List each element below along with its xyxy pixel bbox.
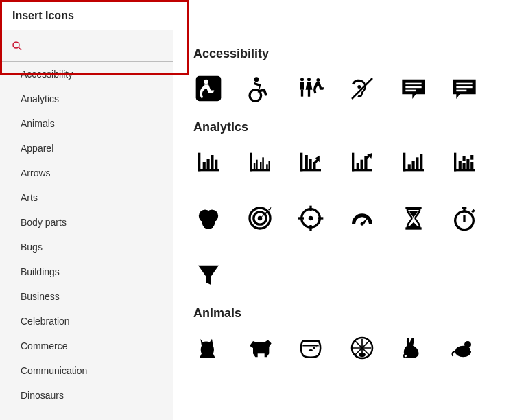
svg-point-0 [13, 42, 19, 48]
cat-icon[interactable] [193, 333, 224, 363]
restroom-accessible-icon[interactable] [296, 73, 326, 104]
svg-rect-23 [207, 159, 210, 169]
hourglass-icon[interactable] [398, 203, 429, 233]
sidebar-item-commerce[interactable]: Commerce [0, 334, 173, 358]
svg-rect-38 [313, 162, 316, 169]
sidebar-item-communication[interactable]: Communication [0, 358, 173, 383]
bar-chart-up-icon[interactable] [347, 147, 377, 177]
svg-rect-52 [459, 161, 462, 169]
section-title-analytics: Analytics [193, 120, 508, 135]
svg-rect-32 [266, 164, 268, 169]
sidebar-item-buildings[interactable]: Buildings [0, 259, 173, 284]
venn-diagram-icon[interactable] [193, 203, 224, 233]
category-list[interactable]: Accessibility Analytics Animals Apparel … [0, 62, 173, 420]
target-icon[interactable] [245, 203, 275, 233]
svg-point-70 [361, 222, 364, 226]
svg-rect-36 [305, 155, 308, 169]
svg-rect-26 [250, 153, 252, 172]
svg-rect-16 [405, 90, 416, 92]
search-field[interactable] [0, 30, 173, 62]
svg-point-6 [300, 78, 304, 81]
deaf-icon[interactable] [347, 73, 377, 104]
svg-point-4 [254, 77, 259, 82]
svg-rect-39 [352, 153, 354, 172]
svg-point-3 [204, 80, 208, 84]
svg-rect-76 [464, 215, 466, 222]
svg-point-12 [357, 85, 361, 89]
svg-point-11 [317, 78, 320, 82]
svg-rect-55 [467, 159, 470, 169]
svg-rect-17 [457, 83, 473, 85]
funnel-icon[interactable] [193, 259, 224, 290]
wheelchair-active-icon[interactable] [245, 73, 275, 104]
svg-rect-48 [416, 157, 418, 169]
stopwatch-icon[interactable] [449, 203, 479, 233]
svg-rect-49 [420, 154, 422, 169]
sidebar-item-body-parts[interactable]: Body parts [0, 210, 173, 235]
bar-chart-grouped-icon[interactable] [245, 147, 275, 177]
svg-rect-21 [198, 169, 219, 171]
svg-rect-9 [302, 90, 304, 97]
rabbit-icon[interactable] [398, 333, 429, 363]
sidebar-item-bugs[interactable]: Bugs [0, 235, 173, 259]
gauge-icon[interactable] [347, 203, 377, 233]
svg-rect-24 [211, 155, 213, 169]
svg-rect-28 [253, 163, 255, 169]
icon-grid-animals [193, 333, 508, 363]
fishbowl-icon[interactable] [296, 333, 326, 363]
svg-rect-8 [301, 90, 302, 97]
svg-point-77 [313, 347, 315, 349]
svg-rect-51 [454, 169, 475, 171]
svg-point-10 [307, 78, 311, 81]
svg-rect-67 [310, 225, 312, 231]
svg-rect-75 [464, 209, 466, 211]
svg-rect-41 [357, 163, 359, 169]
bar-chart-down-icon[interactable] [296, 147, 326, 177]
svg-rect-44 [403, 153, 405, 172]
bar-chart-rising-icon[interactable] [398, 147, 429, 177]
icon-grid-accessibility [193, 73, 508, 104]
icon-content: Accessibility Analytics Animals [173, 30, 513, 420]
sidebar-item-celebration[interactable]: Celebration [0, 309, 173, 334]
svg-rect-54 [463, 163, 466, 169]
svg-line-1 [19, 47, 21, 50]
search-icon [11, 40, 23, 52]
svg-rect-53 [463, 156, 466, 161]
svg-point-65 [309, 216, 313, 221]
sidebar-item-arrows[interactable]: Arrows [0, 161, 173, 185]
sidebar-item-animals[interactable]: Animals [0, 111, 173, 136]
search-input[interactable] [27, 40, 162, 51]
sidebar-item-dinosaurs[interactable]: Dinosaurs [0, 383, 173, 408]
svg-point-60 [202, 217, 215, 229]
sidebar-item-arts[interactable]: Arts [0, 185, 173, 210]
svg-rect-47 [411, 161, 414, 169]
svg-rect-25 [215, 160, 217, 169]
sidebar-item-analytics[interactable]: Analytics [0, 86, 173, 111]
sidebar-item-accessibility[interactable]: Accessibility [0, 62, 173, 86]
svg-rect-18 [457, 86, 473, 89]
crosshair-icon[interactable] [296, 203, 326, 233]
section-title-accessibility: Accessibility [193, 47, 508, 61]
svg-rect-29 [256, 160, 258, 169]
dialog-title: Insert Icons [0, 0, 513, 30]
sidebar-item-apparel[interactable]: Apparel [0, 136, 173, 161]
svg-rect-50 [454, 153, 456, 172]
svg-rect-69 [318, 217, 323, 219]
mouse-icon[interactable] [449, 333, 479, 363]
svg-rect-33 [268, 161, 270, 169]
sidebar-item-business[interactable]: Business [0, 284, 173, 309]
live-caption-icon[interactable] [449, 73, 479, 104]
svg-rect-19 [457, 90, 467, 92]
svg-rect-42 [361, 160, 363, 169]
svg-rect-40 [352, 169, 372, 171]
bar-chart-icon[interactable] [193, 147, 224, 177]
hamster-wheel-icon[interactable] [347, 333, 377, 363]
svg-rect-7 [300, 82, 304, 90]
svg-rect-27 [250, 169, 270, 171]
wheelchair-icon[interactable] [193, 73, 224, 104]
svg-rect-37 [309, 159, 312, 169]
closed-caption-icon[interactable] [398, 73, 429, 104]
dog-icon[interactable] [245, 333, 275, 363]
svg-point-81 [359, 353, 366, 358]
bar-chart-broken-icon[interactable] [449, 147, 479, 177]
